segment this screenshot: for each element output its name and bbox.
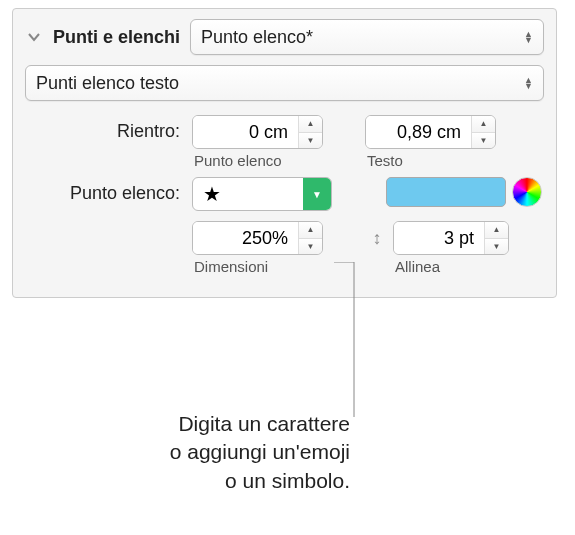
updown-icon: ▲▼ xyxy=(524,77,533,89)
header-row: Punti e elenchi Punto elenco* ▲▼ xyxy=(25,19,544,55)
align-sublabel: Allinea xyxy=(395,258,440,275)
indent-label: Rientro: xyxy=(25,115,180,142)
color-wheel-button[interactable] xyxy=(512,177,542,207)
align-input[interactable] xyxy=(394,222,484,254)
updown-icon: ▲▼ xyxy=(524,31,533,43)
align-col: ↕ ▲ ▼ Allinea xyxy=(365,221,509,275)
bullet-indent-stepper[interactable]: ▲ ▼ xyxy=(192,115,323,149)
size-sublabel: Dimensioni xyxy=(194,258,268,275)
size-stepper[interactable]: ▲ ▼ xyxy=(192,221,323,255)
size-align-row: ▲ ▼ Dimensioni ↕ ▲ ▼ Allinea xyxy=(25,221,544,275)
stepper-up[interactable]: ▲ xyxy=(472,116,495,133)
bullet-type-popup[interactable]: Punti elenco testo ▲▼ xyxy=(25,65,544,101)
color-swatch[interactable] xyxy=(386,177,506,207)
text-indent-stepper[interactable]: ▲ ▼ xyxy=(365,115,496,149)
callout-line: o un simbolo. xyxy=(90,467,350,495)
stepper-up[interactable]: ▲ xyxy=(485,222,508,239)
stepper-up[interactable]: ▲ xyxy=(299,222,322,239)
stepper-down[interactable]: ▼ xyxy=(472,133,495,149)
section-title: Punti e elenchi xyxy=(53,27,180,48)
callout-line: Digita un carattere xyxy=(90,410,350,438)
list-style-popup[interactable]: Punto elenco* ▲▼ xyxy=(190,19,544,55)
vertical-align-icon: ↕ xyxy=(365,221,389,255)
disclosure-toggle[interactable] xyxy=(25,28,43,46)
bullets-lists-panel: Punti e elenchi Punto elenco* ▲▼ Punti e… xyxy=(12,8,557,298)
stepper-up[interactable]: ▲ xyxy=(299,116,322,133)
stepper-down[interactable]: ▼ xyxy=(299,133,322,149)
bullet-indent-col: ▲ ▼ Punto elenco xyxy=(192,115,323,169)
callout-text: Digita un carattere o aggiungi un'emoji … xyxy=(90,410,350,495)
list-style-value: Punto elenco* xyxy=(201,27,313,48)
stepper-down[interactable]: ▼ xyxy=(299,239,322,255)
size-input[interactable] xyxy=(193,222,298,254)
bullet-char-field[interactable]: ★ xyxy=(193,182,303,206)
bullet-char-row: Punto elenco: ★ ▼ xyxy=(25,177,544,211)
chevron-down-icon xyxy=(27,30,41,44)
bullet-indent-sublabel: Punto elenco xyxy=(194,152,282,169)
callout-line: o aggiungi un'emoji xyxy=(90,438,350,466)
bullet-dropdown-button[interactable]: ▼ xyxy=(303,178,331,210)
align-stepper[interactable]: ▲ ▼ xyxy=(393,221,509,255)
bullet-color-controls xyxy=(386,177,542,207)
size-col: ▲ ▼ Dimensioni xyxy=(192,221,323,275)
bullet-label: Punto elenco: xyxy=(25,177,180,204)
bullet-type-value: Punti elenco testo xyxy=(36,73,179,94)
text-indent-sublabel: Testo xyxy=(367,152,403,169)
indent-row: Rientro: ▲ ▼ Punto elenco ▲ ▼ Testo xyxy=(25,115,544,169)
text-indent-col: ▲ ▼ Testo xyxy=(365,115,496,169)
stepper-down[interactable]: ▼ xyxy=(485,239,508,255)
text-indent-input[interactable] xyxy=(366,116,471,148)
bullet-char-dropdown[interactable]: ★ ▼ xyxy=(192,177,332,211)
bullet-indent-input[interactable] xyxy=(193,116,298,148)
